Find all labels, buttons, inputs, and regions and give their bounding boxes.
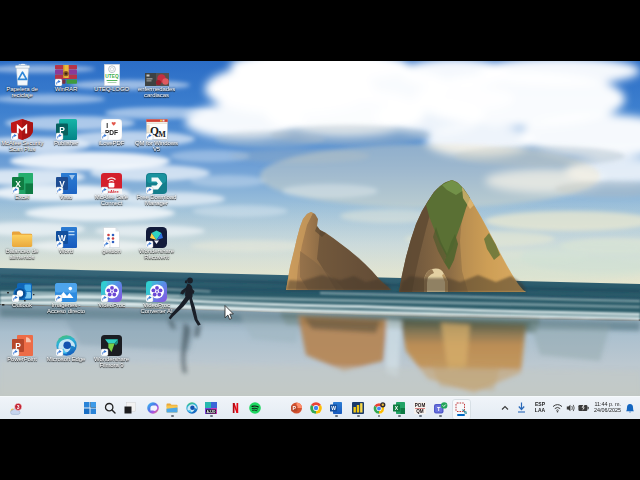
svg-text:M: M [158, 130, 166, 139]
svg-text:UTEQ: UTEQ [105, 74, 119, 79]
svg-text:P: P [292, 405, 296, 411]
svg-text:I: I [106, 122, 108, 129]
svg-text:W: W [331, 405, 336, 411]
svg-text:T: T [437, 406, 441, 412]
svg-text:AJJO: AJJO [207, 410, 216, 414]
svg-text:3: 3 [17, 404, 20, 410]
svg-text:QM: QM [416, 409, 424, 414]
